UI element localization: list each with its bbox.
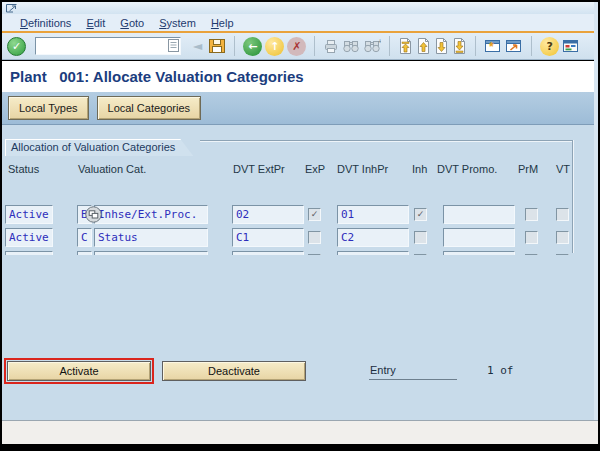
vt-checkbox[interactable] xyxy=(556,254,569,255)
drag-copy-cursor-icon xyxy=(85,206,102,225)
dvt-extpr-field[interactable]: C1 xyxy=(232,228,304,247)
window-right-edge xyxy=(594,2,598,420)
exp-checkbox[interactable] xyxy=(308,231,321,244)
status-field[interactable]: Active xyxy=(5,228,53,247)
dvt-promo-field[interactable] xyxy=(443,228,515,247)
activate-button[interactable]: Activate xyxy=(7,361,151,381)
dvt-extpr-field[interactable] xyxy=(232,251,304,255)
valuation-cat-code-field[interactable] xyxy=(77,251,92,255)
column-header-dvt-extpr: DVT ExtPr xyxy=(233,163,285,175)
entry-field[interactable] xyxy=(369,365,457,380)
entry-count: 1 of xyxy=(487,364,514,377)
table-row: ActiveCStatusC1C2 xyxy=(0,228,600,249)
column-header-dvt-inhpr: DVT InhPr xyxy=(337,163,388,175)
column-header-prm: PrM xyxy=(518,163,538,175)
column-header-dvt-promo: DVT Promo. xyxy=(437,163,497,175)
allocation-table-area: Allocation of Valuation Categories Statu… xyxy=(0,0,600,451)
group-box-top-border xyxy=(200,140,573,141)
vt-checkbox[interactable] xyxy=(556,208,569,221)
inh-checkbox[interactable] xyxy=(414,254,427,255)
deactivate-button[interactable]: Deactivate xyxy=(162,361,306,381)
column-header-exp: ExP xyxy=(305,163,325,175)
group-box-title-tab: Allocation of Valuation Categories xyxy=(5,139,193,156)
exp-checkbox[interactable]: ✓ xyxy=(308,208,321,221)
dvt-inhpr-field[interactable]: C2 xyxy=(337,228,409,247)
vt-checkbox[interactable] xyxy=(556,231,569,244)
inh-checkbox[interactable]: ✓ xyxy=(414,208,427,221)
dvt-extpr-field[interactable]: 02 xyxy=(232,205,304,224)
dvt-inhpr-field[interactable] xyxy=(337,251,409,255)
column-header-status: Status xyxy=(8,163,39,175)
table-row xyxy=(0,251,600,255)
column-header-vt: VT xyxy=(556,163,570,175)
status-field[interactable]: Active xyxy=(5,205,53,224)
prm-checkbox[interactable] xyxy=(525,231,538,244)
valuation-cat-name-field[interactable]: Status xyxy=(94,228,208,247)
dvt-inhpr-field[interactable]: 01 xyxy=(337,205,409,224)
exp-checkbox[interactable] xyxy=(308,254,321,255)
prm-checkbox[interactable] xyxy=(525,208,538,221)
valuation-cat-name-field[interactable] xyxy=(94,251,208,255)
dvt-promo-field[interactable] xyxy=(443,251,515,255)
table-row: ActiveBInhse/Ext.Proc.02✓01✓ xyxy=(0,205,600,226)
status-field[interactable] xyxy=(5,251,53,255)
prm-checkbox[interactable] xyxy=(525,254,538,255)
inh-checkbox[interactable] xyxy=(414,231,427,244)
sap-window: { "menu": { "items": ["Definitions", "Ed… xyxy=(0,0,600,451)
dvt-promo-field[interactable] xyxy=(443,205,515,224)
column-header-inh: Inh xyxy=(412,163,427,175)
valuation-cat-name-field[interactable]: Inhse/Ext.Proc. xyxy=(94,205,208,224)
column-header-valuation-cat: Valuation Cat. xyxy=(78,163,146,175)
valuation-cat-code-field[interactable]: C xyxy=(77,228,92,247)
